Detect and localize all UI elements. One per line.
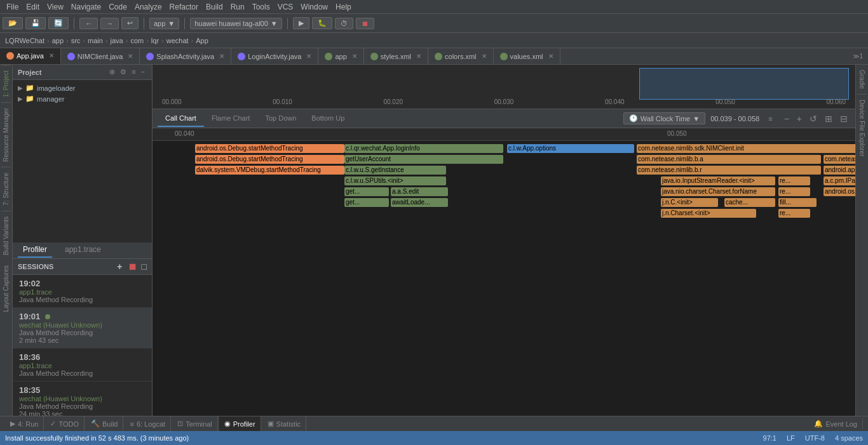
breadcrumb-src[interactable]: src [71, 37, 81, 44]
breadcrumb-root[interactable]: LQRWeChat [5, 37, 44, 44]
chart-tab-call[interactable]: Call Chart [158, 110, 204, 127]
bottom-tab-run[interactable]: ▶ 4: Run [5, 416, 44, 431]
tab-app-java[interactable]: App.java ✕ [0, 48, 61, 64]
breadcrumb-lqr[interactable]: lqr [151, 37, 159, 44]
flame-bar-3[interactable]: c.l.qr.wechat.App.loginInfo [344, 144, 503, 153]
chart-tab-topdown[interactable]: Top Down [257, 110, 304, 127]
bottom-tab-profiler[interactable]: ◉ Profiler [219, 416, 261, 431]
app-dropdown[interactable]: app ▼ [149, 18, 179, 29]
tab-nimclient[interactable]: NIMClient.java ✕ [61, 48, 140, 64]
breadcrumb-java[interactable]: java [111, 37, 123, 44]
tree-item-manager[interactable]: ▶ 📁 manager [13, 93, 152, 104]
tab-close-login[interactable]: ✕ [306, 53, 311, 60]
project-sync-btn[interactable]: ⊕ [107, 67, 117, 77]
flame-bar-12[interactable]: com.netease.nimlib.sdk.NIMClient.init [637, 144, 855, 153]
right-device-label[interactable]: Device File Explorer [857, 95, 867, 161]
toolbar-sync[interactable]: 🔄 [48, 17, 69, 29]
zoom-expand[interactable]: ⊞ [822, 114, 835, 124]
tab-close-styles[interactable]: ✕ [416, 53, 421, 60]
menu-window[interactable]: Window [297, 3, 332, 11]
breadcrumb-wechat[interactable]: wechat [166, 37, 189, 44]
sidebar-structure-label[interactable]: 7: Structure [1, 167, 11, 211]
sessions-stop-btn[interactable]: ⏹ [128, 262, 137, 272]
chart-tab-bottomup[interactable]: Bottom Up [304, 110, 352, 127]
sidebar-build-label[interactable]: Build Variants [1, 211, 11, 260]
stop-button[interactable]: ⏹ [356, 18, 374, 29]
flame-bar-14[interactable]: com.netease.nimlib.b.r [637, 166, 821, 175]
sessions-layout-btn[interactable]: □ [142, 262, 147, 272]
tab-close-values[interactable]: ✕ [548, 53, 553, 60]
flame-bar-21[interactable]: re... [778, 176, 810, 185]
menu-analyze[interactable]: Analyze [131, 3, 166, 11]
tab-close-app-java[interactable]: ✕ [49, 52, 54, 59]
tab-styles[interactable]: styles.xml ✕ [364, 48, 428, 64]
profiler-tab-trace[interactable]: app1.trace [60, 242, 106, 258]
sidebar-resource-label[interactable]: Resource Manager [1, 102, 11, 167]
flame-bar-22[interactable]: re... [778, 187, 810, 196]
zoom-reset[interactable]: ↺ [807, 114, 820, 124]
right-gradle-label[interactable]: Gradle [857, 65, 867, 95]
flame-bar-10[interactable]: awaitLoade... [391, 198, 448, 207]
flame-bar-2[interactable]: dalvik.system.VMDebug.startMethodTracing [195, 166, 344, 175]
menu-file[interactable]: File [3, 3, 22, 11]
breadcrumb-main[interactable]: main [88, 37, 103, 44]
run-button[interactable]: ▶ [293, 17, 309, 29]
debug-button[interactable]: 🐛 [312, 17, 332, 29]
menu-edit[interactable]: Edit [22, 3, 43, 11]
breadcrumb-com[interactable]: com [130, 37, 144, 44]
zoom-minus[interactable]: − [782, 114, 792, 124]
flame-bar-6[interactable]: c.l.w.u.SPUtils.<init> [344, 176, 446, 185]
flame-bar-9[interactable]: get... [344, 198, 389, 207]
tab-close-colors[interactable]: ✕ [482, 53, 487, 60]
session-item-0[interactable]: 19:02 app1.trace Java Method Recording [13, 275, 152, 308]
device-dropdown[interactable]: huawei huawei tag-al00 ▼ [190, 18, 281, 29]
tab-close-app[interactable]: ✕ [352, 53, 357, 60]
flame-bar-8[interactable]: a.a.S.edit [391, 187, 448, 196]
bottom-tab-logcat[interactable]: ≡ 6: Logcat [125, 416, 171, 431]
tab-login[interactable]: LoginActivity.java ✕ [231, 48, 318, 64]
tab-colors[interactable]: colors.xml ✕ [428, 48, 494, 64]
flame-bar-5[interactable]: c.l.w.u.S.getInstance [344, 166, 446, 175]
sidebar-layout-label[interactable]: Layout Captures [1, 260, 11, 317]
menu-tools[interactable]: Tools [248, 3, 274, 11]
toolbar-save[interactable]: 💾 [25, 17, 46, 29]
bottom-tab-statistic[interactable]: ▣ Statistic [262, 416, 307, 431]
breadcrumb-app[interactable]: app [52, 37, 64, 44]
project-filter-btn[interactable]: ≡ [130, 67, 137, 77]
flame-bar-20[interactable]: j.n.Charset.<init> [661, 209, 756, 218]
flame-bar-1[interactable]: android.os.Debug.startMethodTracing [195, 155, 344, 164]
zoom-shrink[interactable]: ⊟ [837, 114, 850, 124]
flame-bar-16[interactable]: java.nio.charset.Charset.forName [661, 187, 775, 196]
menu-build[interactable]: Build [202, 3, 227, 11]
sidebar-project-label[interactable]: 1: Project [1, 65, 11, 102]
flame-bar-25[interactable]: android.app.ApplicationPackageManager.ge… [824, 166, 855, 175]
toolbar-open[interactable]: 📂 [3, 17, 23, 29]
menu-code[interactable]: Code [105, 3, 131, 11]
project-settings-btn[interactable]: ⚙ [118, 67, 128, 77]
flame-bar-15[interactable]: java.io.InputStreamReader.<init> [661, 176, 775, 185]
bottom-tab-build[interactable]: 🔨 Build [86, 416, 123, 431]
session-item-2[interactable]: 18:36 app1.trace Java Method Recording [13, 349, 152, 382]
menu-help[interactable]: Help [332, 3, 355, 11]
toolbar-undo[interactable]: ↩ [121, 17, 139, 29]
flame-bar-19[interactable]: fill... [778, 198, 817, 207]
bottom-tab-terminal[interactable]: ⊡ Terminal [172, 416, 218, 431]
flame-bar-0[interactable]: android.os.Debug.startMethodTracing [195, 144, 344, 153]
tab-values[interactable]: values.xml ✕ [494, 48, 560, 64]
flame-bar-7[interactable]: get... [344, 187, 389, 196]
profiler-tab-profiler[interactable]: Profiler [18, 242, 52, 258]
flame-bar-24[interactable]: com.netease.nimlib.b.a [824, 155, 855, 164]
menu-view[interactable]: View [43, 3, 67, 11]
timeline-selection[interactable] [639, 68, 849, 100]
breadcrumb-file[interactable]: App [196, 37, 208, 44]
menu-navigate[interactable]: Navigate [67, 3, 105, 11]
flame-bar-17[interactable]: j.n.C.<init> [661, 198, 718, 207]
clock-dropdown[interactable]: 🕐 Wall Clock Time ▼ [623, 112, 705, 124]
menu-refactor[interactable]: Refactor [166, 3, 202, 11]
session-item-3[interactable]: 18:35 wechat (Huawei Unknown) Java Metho… [13, 382, 152, 416]
sessions-add-btn[interactable]: + [117, 262, 122, 272]
flame-bar-23[interactable]: re... [778, 209, 810, 218]
tab-close-nimclient[interactable]: ✕ [128, 53, 133, 60]
flame-bar-27[interactable]: android.os.BinderProxy.transact [824, 187, 855, 196]
tab-splash[interactable]: SplashActivity.java ✕ [140, 48, 231, 64]
